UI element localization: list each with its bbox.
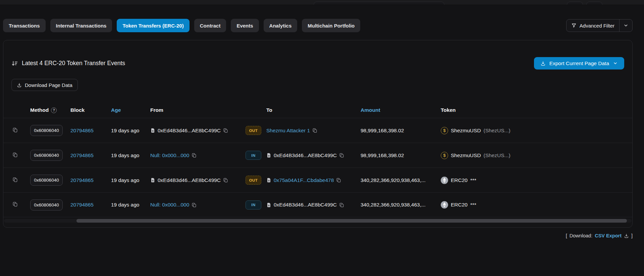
copy-address-button[interactable] [223, 128, 228, 133]
token-link[interactable]: $ ShezmuUSD (ShezUS...) [441, 152, 632, 159]
advanced-filter-button[interactable]: Advanced Filter [566, 19, 633, 32]
download-icon[interactable] [624, 233, 629, 238]
from-address-link[interactable]: Null: 0x000...000 [150, 152, 189, 158]
method-badge[interactable]: 0x60806040 [30, 150, 63, 161]
method-badge[interactable]: 0x60806040 [30, 199, 63, 211]
to-address-link[interactable]: 0x75a04A1F...Cbdabe478 [274, 177, 334, 183]
copy-txn-hash-button[interactable] [12, 177, 18, 182]
copy-txn-hash-button[interactable] [12, 127, 18, 133]
panel-header: Latest 4 ERC-20 Token Transfer Events Ex… [11, 57, 624, 70]
age-text: 19 days ago [111, 152, 150, 158]
direction-badge-out: OUT [246, 176, 261, 185]
download-icon [17, 83, 22, 88]
export-button-label: Export Current Page Data [549, 60, 609, 66]
section-tab-bar: Transactions Internal Transactions Token… [0, 5, 644, 32]
amount-text: 98,999,168,398.02 [361, 152, 441, 158]
amount-text: 340,282,366,920,938,463,... [361, 202, 441, 208]
copy-address-button[interactable] [192, 153, 197, 158]
from-address-link[interactable]: Null: 0x000...000 [150, 202, 189, 208]
block-link[interactable]: 20794865 [70, 128, 94, 133]
token-symbol: *** [470, 177, 476, 183]
export-current-page-button[interactable]: Export Current Page Data [534, 57, 624, 70]
token-icon-gold-dollar: $ [441, 152, 448, 159]
tab-events[interactable]: Events [231, 19, 259, 32]
table-header-row: Method ? Block Age From To Amount Token [3, 102, 632, 118]
from-cell: 0xEd4B3d46...AE8bC499C [150, 177, 246, 183]
header-method: Method ? [30, 107, 70, 113]
help-icon[interactable]: ? [51, 107, 57, 113]
token-symbol: (ShezUS...) [484, 128, 511, 134]
copy-txn-hash-button[interactable] [12, 201, 18, 207]
download-row: Download Page Data [11, 79, 624, 91]
token-icon-erc20 [441, 201, 448, 209]
copy-address-button[interactable] [336, 178, 341, 183]
token-link[interactable]: ERC20 *** [441, 201, 632, 209]
horizontal-scrollbar-thumb[interactable] [76, 219, 627, 223]
tab-internal-transactions[interactable]: Internal Transactions [50, 19, 112, 32]
from-address-text: 0xEd4B3d46...AE8bC499C [158, 177, 221, 183]
age-text: 19 days ago [111, 202, 150, 208]
method-badge[interactable]: 0x60806040 [30, 125, 63, 136]
chevron-down-icon [623, 23, 629, 28]
block-link[interactable]: 20794865 [70, 152, 94, 158]
transfer-row: 0x60806040 20794865 19 days ago Null: 0x… [3, 143, 632, 168]
method-badge[interactable]: 0x60806040 [30, 175, 63, 186]
header-amount[interactable]: Amount [361, 107, 441, 113]
horizontal-scrollbar-track[interactable] [4, 219, 632, 223]
tab-analytics[interactable]: Analytics [264, 19, 298, 32]
token-name: ERC20 [451, 177, 468, 183]
advanced-filter-chevron[interactable] [620, 23, 632, 28]
to-cell: 0xEd4B3d46...AE8bC499C [266, 202, 361, 208]
block-link[interactable]: 20794865 [70, 177, 94, 183]
panel-title: Latest 4 ERC-20 Token Transfer Events [11, 60, 125, 67]
to-cell: 0x75a04A1F...Cbdabe478 [266, 177, 361, 183]
token-name: ShezmuUSD [451, 128, 481, 134]
token-link[interactable]: $ ShezmuUSD (ShezUS...) [441, 127, 632, 134]
contract-document-icon [150, 128, 155, 133]
download-page-data-button[interactable]: Download Page Data [11, 79, 78, 91]
contract-document-icon [150, 178, 155, 183]
sort-descending-icon [11, 60, 18, 67]
copy-address-button[interactable] [223, 178, 228, 183]
header-block: Block [70, 107, 111, 113]
footer-open-bracket: [ [566, 233, 567, 238]
panel-title-text: Latest 4 ERC-20 Token Transfer Events [22, 60, 125, 67]
copy-address-button[interactable] [312, 128, 317, 133]
contract-document-icon [266, 202, 271, 208]
to-cell: 0xEd4B3d46...AE8bC499C [266, 152, 361, 158]
top-nav-cutoff [0, 0, 644, 5]
footer-download-label: Download: [570, 233, 593, 238]
token-name: ERC20 [451, 202, 468, 208]
advanced-filter-main[interactable]: Advanced Filter [567, 23, 619, 29]
advanced-filter-label: Advanced Filter [580, 23, 614, 29]
block-link[interactable]: 20794865 [70, 202, 94, 208]
tab-token-transfers-erc20[interactable]: Token Transfers (ERC-20) [117, 19, 189, 32]
token-icon-erc20 [441, 177, 448, 184]
chevron-down-icon [613, 61, 618, 66]
copy-txn-hash-button[interactable] [12, 152, 18, 157]
to-address-text: 0xEd4B3d46...AE8bC499C [274, 202, 337, 208]
csv-export-link[interactable]: CSV Export [595, 233, 622, 238]
header-age[interactable]: Age [111, 107, 150, 113]
age-text: 19 days ago [111, 128, 150, 134]
token-symbol: (ShezUS...) [484, 152, 511, 158]
direction-badge-in: IN [246, 151, 261, 160]
transfer-row: 0x60806040 20794865 19 days ago 0xEd4B3d… [3, 118, 632, 143]
token-link[interactable]: ERC20 *** [441, 177, 632, 184]
to-address-link[interactable]: Shezmu Attacker 1 [266, 128, 310, 134]
header-method-label: Method [30, 107, 49, 113]
funnel-icon [571, 23, 577, 28]
direction-badge-out: OUT [246, 126, 261, 135]
tab-multichain-portfolio[interactable]: Multichain Portfolio [302, 19, 360, 32]
direction-badge-in: IN [246, 200, 261, 210]
from-cell: 0xEd4B3d46...AE8bC499C [150, 128, 246, 134]
to-cell: Shezmu Attacker 1 [266, 128, 361, 134]
copy-address-button[interactable] [339, 202, 344, 208]
tab-contract[interactable]: Contract [194, 19, 226, 32]
contract-document-icon [266, 178, 271, 183]
tab-transactions[interactable]: Transactions [3, 19, 46, 32]
copy-address-button[interactable] [339, 153, 344, 158]
copy-address-button[interactable] [192, 202, 197, 208]
token-symbol: *** [470, 202, 476, 208]
footer-close-bracket: ] [631, 233, 633, 238]
